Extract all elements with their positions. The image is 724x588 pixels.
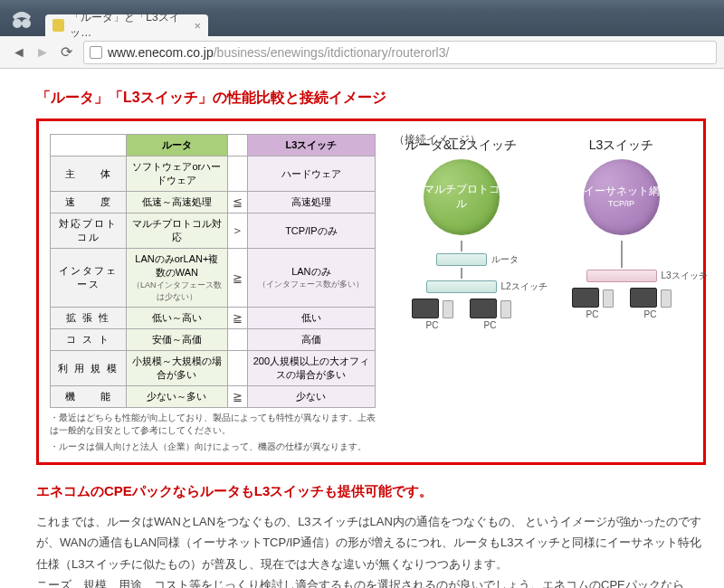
comparison-panel: ルータL3スイッチ 主 体ソフトウェアorハードウェアハードウェア速 度低速～高…: [36, 119, 706, 465]
reload-button[interactable]: ⟳: [56, 43, 76, 62]
tab-bar: 「ルータ」と「L3スイッ… ×: [0, 11, 724, 36]
router-device: ルータ: [436, 253, 487, 266]
pc-icon: PC: [470, 299, 511, 330]
protocol-circle: マルチプロトコル: [424, 159, 500, 235]
favicon-icon: [52, 19, 64, 32]
address-bar[interactable]: www.enecom.co.jp/business/enewings/itdic…: [83, 41, 717, 64]
tab-title: 「ルータ」と「L3スイッ…: [70, 10, 194, 41]
body-paragraph: ニーズ、規模、用途、コスト等をじっくり検討し適合するものを選択されるのが良いでし…: [36, 574, 706, 588]
table-row: コ ス ト安価～高価高価: [51, 329, 376, 351]
browser-tab[interactable]: 「ルータ」と「L3スイッ… ×: [45, 14, 208, 36]
table-row: 速 度低速～高速処理≦高速処理: [51, 192, 376, 213]
pc-icon: PC: [630, 288, 672, 319]
diagram-router-l2: ルータ&L2スイッチ マルチプロトコル ルータ L2スイッチ PC PC: [390, 138, 532, 453]
diagram-title-left: ルータ&L2スイッチ: [390, 138, 532, 154]
th-router: ルータ: [127, 135, 228, 156]
body-paragraph: これまでは、ルータはWANとLANをつなぐもの、L3スイッチはLAN内の通信をつ…: [36, 511, 706, 574]
diagram-l3: L3スイッチ イーサネット網TCP/IP L3スイッチ PC PC: [550, 138, 692, 453]
table-row: 拡 張 性低い～高い≧低い: [51, 308, 376, 329]
close-icon[interactable]: ×: [194, 19, 201, 33]
diagram-title-right: L3スイッチ: [550, 138, 692, 154]
comparison-table: ルータL3スイッチ 主 体ソフトウェアorハードウェアハードウェア速 度低速～高…: [50, 134, 376, 408]
page-title: 「ルータ」「L3スイッチ」の性能比較と接続イメージ: [36, 89, 706, 108]
table-note: ・ルータは個人向けと法人（企業）向けによって、機器の仕様が異なります。: [50, 441, 376, 453]
pc-icon: PC: [572, 288, 614, 319]
url-path: /business/enewings/itdictionary/routeror…: [214, 45, 450, 60]
pc-icon: PC: [412, 299, 453, 330]
table-row: 主 体ソフトウェアorハードウェアハードウェア: [51, 156, 376, 192]
nav-bar: ◄ ► ⟳ www.enecom.co.jp/business/enewings…: [0, 36, 724, 69]
protocol-circle: イーサネット網TCP/IP: [584, 159, 660, 235]
section-subheading: エネコムのCPEパックならルータもL3スイッチも提供可能です。: [36, 483, 706, 500]
incognito-icon: [7, 7, 36, 33]
table-row: 機 能少ない～多い≧少ない: [51, 386, 376, 408]
l3-switch-device: L3スイッチ: [586, 270, 657, 282]
table-row: 利 用 規 模小規模～大規模の場合が多い200人規模以上の大オフィスの場合が多い: [51, 351, 376, 386]
table-row: 対応プロトコルマルチプロトコル対応＞TCP/IPのみ: [51, 213, 376, 249]
l2-switch-device: L2スイッチ: [426, 280, 497, 293]
forward-button[interactable]: ►: [33, 43, 52, 62]
table-note: ・最近はどちらも性能が向上しており、製品によっても特性が異なります。上表は一般的…: [50, 412, 376, 437]
url-domain: www.enecom.co.jp: [108, 45, 214, 60]
back-button[interactable]: ◄: [9, 43, 29, 62]
page-content: 「ルータ」「L3スイッチ」の性能比較と接続イメージ ルータL3スイッチ 主 体ソ…: [0, 69, 724, 588]
globe-icon: [90, 46, 102, 59]
table-row: インタフェースLANのみorLAN+複数のWAN（LANインタフェース数は少ない…: [51, 249, 376, 308]
svg-rect-2: [20, 23, 24, 24]
th-l3: L3スイッチ: [247, 135, 375, 156]
